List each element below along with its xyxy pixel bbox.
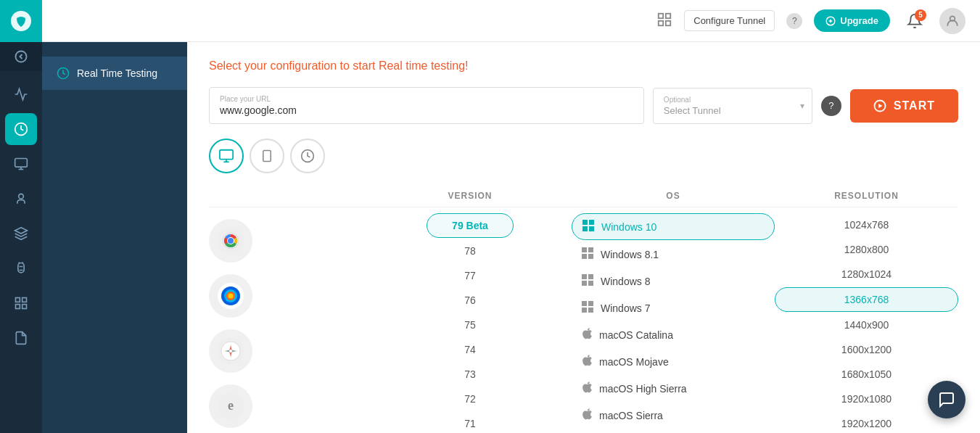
start-label: START (894, 99, 935, 112)
resolution-item[interactable]: 1280x1024 (775, 263, 958, 286)
configure-tunnel-label: Configure Tunnel (693, 15, 765, 26)
sidebar-item-bug[interactable] (5, 252, 37, 284)
resolution-col-header: RESOLUTION (775, 191, 958, 201)
grid-icon[interactable] (656, 12, 672, 30)
svg-rect-51 (588, 247, 593, 252)
left-nav-realtime[interactable]: Real Time Testing (42, 57, 187, 90)
sidebar-back-button[interactable] (0, 42, 42, 71)
svg-rect-56 (582, 281, 587, 286)
content-wrapper: Real Time Testing Select your configurat… (42, 42, 980, 433)
version-item[interactable]: 73 (427, 363, 514, 386)
os-item-label: Windows 8 (601, 276, 650, 287)
svg-rect-57 (588, 281, 593, 286)
svg-rect-59 (588, 301, 593, 306)
version-item[interactable]: 75 (427, 313, 514, 337)
windows-icon (582, 301, 593, 315)
os-item[interactable]: Windows 7 (572, 295, 775, 321)
mac-icon (582, 328, 592, 342)
windows-icon (582, 220, 594, 234)
sidebar-item-layers[interactable] (5, 287, 37, 319)
main-wrapper: Configure Tunnel ? Upgrade 5 (42, 0, 980, 433)
left-nav: Real Time Testing (42, 42, 187, 433)
svg-rect-12 (666, 13, 670, 17)
mac-icon (582, 408, 592, 422)
os-item-label: macOS Mojave (599, 356, 669, 368)
os-item-label: macOS High Sierra (599, 383, 687, 395)
browser-item-edge[interactable]: e (209, 384, 252, 428)
svg-rect-54 (582, 274, 587, 279)
url-input[interactable] (220, 104, 633, 116)
svg-text:e: e (228, 398, 234, 413)
tunnel-select[interactable]: Select Tunnel (664, 105, 802, 116)
version-item[interactable]: 79 Beta (427, 213, 514, 238)
os-item[interactable]: macOS Mojave (572, 349, 775, 374)
device-tab-history[interactable] (290, 139, 325, 173)
os-item-label: macOS Catalina (599, 329, 673, 341)
svg-rect-3 (15, 159, 28, 168)
device-tabs (209, 139, 958, 173)
os-item[interactable]: Windows 8 (572, 268, 775, 294)
resolution-item[interactable]: 1366x768 (775, 287, 958, 312)
os-item[interactable]: macOS High Sierra (572, 376, 775, 401)
svg-rect-11 (659, 13, 663, 17)
sidebar-item-activity[interactable] (5, 78, 37, 110)
version-item[interactable]: 78 (427, 239, 514, 263)
resolution-item[interactable]: 1024x768 (775, 213, 958, 236)
version-item[interactable]: 77 (427, 264, 514, 287)
windows-icon (582, 274, 593, 288)
sidebar-item-3d[interactable] (5, 218, 37, 250)
os-item[interactable]: Windows 8.1 (572, 242, 775, 267)
chat-bubble[interactable] (928, 381, 965, 418)
notification-badge: 5 (915, 9, 926, 21)
svg-rect-7 (16, 298, 20, 302)
svg-rect-48 (582, 226, 588, 231)
browser-section: e 79 Beta787776757473727170 Windows 10 W… (209, 213, 958, 433)
svg-rect-24 (263, 151, 271, 162)
table-headers: VERSION OS RESOLUTION (209, 185, 958, 207)
version-item[interactable]: 74 (427, 338, 514, 361)
header-help-icon[interactable]: ? (786, 13, 802, 29)
upgrade-button[interactable]: Upgrade (814, 9, 890, 32)
browser-item-firefox[interactable] (209, 274, 252, 318)
svg-rect-58 (582, 301, 587, 306)
sidebar-item-files[interactable] (5, 322, 37, 354)
os-item-label: Windows 7 (601, 302, 650, 314)
os-item[interactable]: Windows 10 (572, 213, 775, 240)
sidebar-logo[interactable] (0, 0, 42, 42)
device-tab-desktop[interactable] (209, 139, 244, 173)
resolution-item[interactable]: 1600x1200 (775, 338, 958, 361)
browser-item-safari[interactable] (209, 329, 252, 373)
version-item[interactable]: 72 (427, 387, 514, 411)
svg-rect-8 (22, 298, 27, 302)
config-row: Place your URL Optional Select Tunnel ▾ … (209, 87, 958, 124)
sidebar-item-automation[interactable] (5, 183, 37, 215)
sidebar-item-realtime[interactable] (5, 113, 37, 145)
os-item[interactable]: macOS Catalina (572, 322, 775, 347)
configure-tunnel-button[interactable]: Configure Tunnel (684, 10, 775, 31)
resolution-item[interactable]: 1280x800 (775, 238, 958, 261)
os-item[interactable]: macOS Sierra (572, 403, 775, 428)
notifications-button[interactable]: 5 (902, 8, 928, 34)
svg-rect-47 (589, 220, 594, 225)
tunnel-help-icon[interactable]: ? (821, 96, 841, 116)
version-item[interactable]: 76 (427, 289, 514, 312)
os-item-label: macOS Sierra (599, 410, 663, 421)
start-button[interactable]: START (850, 89, 958, 123)
sidebar-item-visual[interactable] (5, 148, 37, 180)
user-avatar[interactable] (939, 8, 965, 34)
svg-rect-61 (588, 308, 593, 313)
resolution-item[interactable]: 1440x900 (775, 313, 958, 337)
version-list: 79 Beta787776757473727170 (368, 213, 572, 433)
resolution-item[interactable]: 1920x1200 (775, 412, 958, 433)
mac-icon (582, 355, 592, 368)
version-item[interactable]: 71 (427, 412, 514, 433)
browser-col-header (209, 191, 368, 201)
resolution-item[interactable]: 1680x1050 (775, 363, 958, 386)
svg-point-43 (229, 350, 232, 352)
device-tab-mobile[interactable] (250, 139, 284, 173)
url-label: Place your URL (220, 95, 633, 103)
svg-rect-50 (582, 247, 587, 252)
os-col-header: OS (572, 191, 775, 201)
browser-item-chrome[interactable] (209, 219, 252, 263)
sidebar (0, 0, 42, 433)
